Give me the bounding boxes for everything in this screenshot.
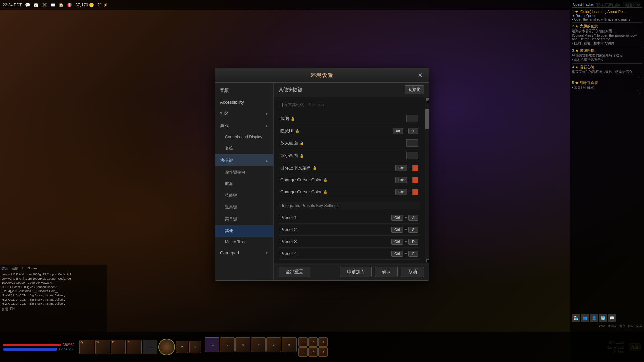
- nav-item-audio[interactable]: 音频: [215, 84, 273, 97]
- nav-item-skillkeys-label: 技能键: [225, 193, 237, 198]
- cancel-button[interactable]: 取消: [401, 267, 424, 277]
- keybind-label-zoomin: 放大画面: [280, 140, 298, 146]
- settings-modal: 环境设置 ✕ 音频 Accessibility 社区 ▼: [215, 68, 429, 281]
- keybind-keys-preset2[interactable]: Ctrl + S: [378, 227, 418, 233]
- nav-item-controls-label: Controls and Display: [225, 135, 262, 139]
- keybind-keys-hideui[interactable]: Alt + X: [378, 128, 418, 134]
- modal-title: 环境设置: [311, 72, 333, 79]
- nav-item-sailing[interactable]: 航海: [215, 178, 273, 190]
- keybind-label-preset1: Preset 1: [280, 215, 297, 220]
- key-ctrl-p2: Ctrl: [391, 227, 403, 233]
- nav-item-sailing-label: 航海: [225, 181, 233, 187]
- nav-item-keyguidance[interactable]: 操作键导向: [215, 166, 273, 178]
- keybind-row-cursorcolor2: Change Cursor Color 🔒 Ctrl +: [279, 186, 420, 198]
- key-color-contextmenu: [412, 165, 418, 171]
- keybind-keys-preset3[interactable]: Ctrl + D: [378, 239, 418, 245]
- keybind-keys-zoomin: [378, 139, 418, 147]
- keybind-row-zoomout: 缩小画面 🔒: [279, 149, 420, 162]
- key-ctrl-2: Ctrl: [395, 177, 407, 183]
- keybind-row-contextmenu: 目标上下文菜单 🔒 Ctrl +: [279, 162, 420, 174]
- keybind-label-zoomout: 缩小画面: [280, 153, 298, 159]
- key-input-zoomout[interactable]: [406, 152, 418, 159]
- keybind-label-contextmenu: 目标上下文菜单: [280, 165, 311, 171]
- modal-overlay: 环境设置 ✕ 音频 Accessibility 社区 ▼: [0, 0, 644, 362]
- nav-item-hotkeys[interactable]: 快捷键 ▲: [215, 154, 273, 166]
- keybind-keys-screenshot: [378, 115, 418, 122]
- nav-item-itemkeys[interactable]: 道具键: [215, 201, 273, 213]
- nav-item-macrotext[interactable]: Macro Text: [215, 237, 273, 247]
- keybind-row-hideui: 隐藏UI 🔒 Alt + X: [279, 125, 420, 137]
- lock-icon-contextmenu: 🔒: [313, 166, 317, 170]
- lock-icon-cursorcolor1: 🔒: [323, 178, 327, 182]
- section-label-1: | 设置其他键 Szampan: [279, 100, 420, 109]
- content-title: 其他快捷键: [279, 87, 302, 93]
- keybind-keys-contextmenu[interactable]: Ctrl +: [378, 165, 418, 171]
- nav-item-community[interactable]: 社区 ▼: [215, 108, 273, 120]
- key-input-zoomin[interactable]: [406, 139, 418, 147]
- keybind-label-cursorcolor2: Change Cursor Color: [280, 189, 322, 194]
- key-ctrl-1: Ctrl: [395, 165, 407, 171]
- keybind-keys-preset1[interactable]: Ctrl + A: [378, 215, 418, 221]
- modal-close-button[interactable]: ✕: [416, 72, 424, 79]
- key-ctrl-p1: Ctrl: [391, 215, 403, 221]
- keybind-keys-cursorcolor1[interactable]: Ctrl +: [378, 177, 418, 183]
- lock-icon-screenshot: 🔒: [291, 117, 295, 121]
- key-ctrl-p3: Ctrl: [391, 239, 403, 245]
- lock-icon-cursorcolor2: 🔒: [323, 190, 327, 194]
- key-f-p4: F: [408, 251, 418, 257]
- key-alt: Alt: [393, 128, 403, 134]
- nav-item-game[interactable]: 游戏 ▲: [215, 120, 273, 132]
- nav-item-other[interactable]: 其他: [215, 225, 273, 237]
- key-color-cursor1: [412, 177, 418, 183]
- keybind-keys-preset4[interactable]: Ctrl + F: [378, 251, 418, 257]
- key-input-screenshot[interactable]: [406, 115, 418, 122]
- nav-item-accessibility[interactable]: Accessibility: [215, 97, 273, 108]
- nav-chevron-hotkeys: ▲: [265, 159, 268, 162]
- apply-button[interactable]: 申请加入: [340, 267, 372, 277]
- content-scrollbar[interactable]: ▲ ▼: [425, 97, 429, 263]
- keybind-row-preset3: Preset 3 Ctrl + D: [279, 236, 420, 248]
- footer-right-buttons: 申请加入 确认 取消: [340, 267, 424, 277]
- key-plus-hideui: +: [405, 129, 407, 133]
- nav-item-itemkeys-label: 道具键: [225, 204, 237, 210]
- nav-item-game-label: 游戏: [220, 123, 229, 129]
- nav-item-skillkeys[interactable]: 技能键: [215, 190, 273, 201]
- keybind-label-preset3: Preset 3: [280, 239, 297, 244]
- keybind-row-preset1: Preset 1 Ctrl + A: [279, 212, 420, 224]
- key-a-p1: A: [408, 215, 418, 221]
- keybind-keys-cursorcolor2[interactable]: Ctrl +: [378, 189, 418, 195]
- key-x: X: [408, 128, 418, 134]
- nav-item-controls[interactable]: Controls and Display: [215, 132, 273, 142]
- nav-item-menukeys-label: 菜单键: [225, 216, 237, 222]
- nav-item-keyguidance-label: 操作键导向: [225, 169, 245, 175]
- nav-item-accessibility-label: Accessibility: [220, 100, 244, 105]
- nav-item-hotkeys-label: 快捷键: [220, 157, 233, 163]
- keybind-label-preset4: Preset 4: [280, 251, 297, 256]
- key-ctrl-3: Ctrl: [395, 189, 407, 195]
- nav-chevron-game: ▲: [265, 124, 268, 128]
- scroll-up-arrow[interactable]: ▲: [426, 98, 429, 101]
- scroll-thumb[interactable]: [425, 109, 429, 129]
- key-d-p3: D: [408, 239, 418, 245]
- keybind-row-preset4: Preset 4 Ctrl + F: [279, 248, 420, 260]
- keybind-label-preset2: Preset 2: [280, 227, 297, 232]
- keybind-row-screenshot: 截图 🔒: [279, 113, 420, 125]
- nav-item-gamepad[interactable]: Gamepad ▼: [215, 247, 273, 258]
- settings-content: 其他快捷键 初始化 | 设置其他键 Szampan: [274, 83, 429, 280]
- lock-icon-zoomin: 🔒: [300, 141, 304, 145]
- reset-button[interactable]: 初始化: [405, 85, 424, 94]
- nav-item-nametag[interactable]: 名签: [215, 142, 273, 154]
- nav-item-nametag-label: 名签: [225, 145, 233, 151]
- keybind-label-cursorcolor1: Change Cursor Color: [280, 177, 322, 182]
- modal-title-bar: 环境设置 ✕: [215, 68, 429, 83]
- keybind-keys-zoomout: [378, 152, 418, 159]
- key-plus-cursorcolor1: +: [409, 178, 411, 182]
- nav-item-menukeys[interactable]: 菜单键: [215, 213, 273, 225]
- reset-all-button[interactable]: 全部重置: [279, 267, 310, 277]
- nav-item-gamepad-label: Gamepad: [220, 250, 239, 255]
- confirm-button[interactable]: 确认: [375, 267, 398, 277]
- content-scroll-area[interactable]: | 设置其他键 Szampan 截图 🔒: [274, 97, 425, 263]
- scroll-down-arrow[interactable]: ▼: [426, 259, 429, 262]
- nav-item-other-label: 其他: [225, 228, 233, 234]
- nav-item-community-label: 社区: [220, 111, 229, 117]
